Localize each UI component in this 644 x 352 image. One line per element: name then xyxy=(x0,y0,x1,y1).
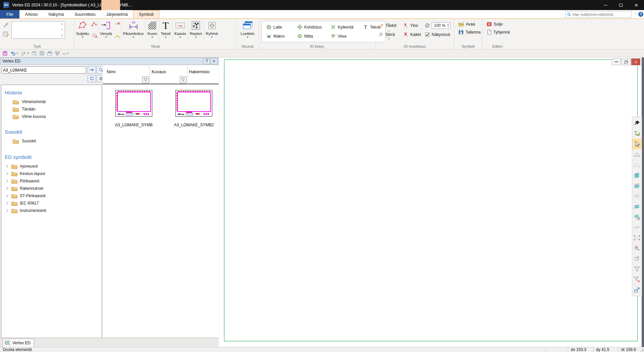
qa-save-button[interactable] xyxy=(2,51,8,56)
symbol-search-input[interactable] xyxy=(1,67,86,74)
tiedot-button[interactable]: io Tiedot xyxy=(377,22,402,29)
menu-arkisto[interactable]: Arkisto xyxy=(19,10,43,18)
tree-item-instrumentointi[interactable]: Instrumentointi xyxy=(1,207,102,214)
makro-button[interactable]: M Makro xyxy=(265,33,296,40)
toolbar-pin-button[interactable] xyxy=(632,118,642,128)
tree-item-keskus-layout[interactable]: Keskus-layout xyxy=(1,170,102,177)
maximize-button[interactable] xyxy=(613,0,629,10)
search-input[interactable] xyxy=(573,12,630,16)
collapse-ribbon-button[interactable]: ⌃ xyxy=(635,12,637,16)
tree-item-viimeisimmat[interactable]: Viimeisimmät xyxy=(1,98,102,105)
symbol-name-label[interactable]: A3_LOMAKE_SYMB xyxy=(110,123,157,127)
menu-suunnittelu[interactable]: Suunnittelu xyxy=(69,10,101,18)
viiva-button[interactable]: Viiva xyxy=(329,33,361,40)
tree-item-tanaan[interactable]: Tänään xyxy=(1,105,102,113)
toolbar-layer-mix-button[interactable] xyxy=(632,180,642,191)
panel-pin-button[interactable] xyxy=(203,58,210,64)
circle-button[interactable] xyxy=(91,33,97,38)
toolbar-polygon-button[interactable] xyxy=(632,149,642,160)
polyline-button[interactable] xyxy=(91,21,97,27)
pikamitoitus-button[interactable]: 45 Pikamitoitus ▼ xyxy=(121,19,146,41)
toolbar-layer-pair-button[interactable] xyxy=(632,201,642,212)
tree-item-st-piirikaaviot[interactable]: ST-Piirikaaviot xyxy=(1,192,102,200)
toolbar-zoom-in-button[interactable] xyxy=(632,243,642,253)
qa-new-window-button[interactable] xyxy=(32,51,37,56)
tree-item-rakennukset[interactable]: Rakennukset xyxy=(1,185,102,192)
column-header-nimi[interactable]: Nimi xyxy=(107,69,115,74)
resize-grip[interactable] xyxy=(641,349,644,352)
toolbar-single-layer-button[interactable] xyxy=(632,222,642,232)
qa-overflow-button[interactable]: —▼ xyxy=(62,51,69,55)
teksti-button[interactable]: T Teksti ▼ xyxy=(159,19,172,41)
trim-button[interactable] xyxy=(114,21,120,26)
undo-dropdown-arrow-icon[interactable]: ▼ xyxy=(16,52,18,54)
symbol-thumbnail-a3-lomake-symb2[interactable] xyxy=(175,90,212,117)
column-header-kuvaus[interactable]: Kuvaus xyxy=(152,69,166,74)
column-header-hakemisto[interactable]: Hakemisto xyxy=(189,69,209,74)
rasteri-button[interactable]: Rasteri ▼ xyxy=(188,19,204,41)
search-go-button[interactable] xyxy=(88,66,96,74)
nakyvissa-checkbox[interactable]: Näkyvissä xyxy=(423,31,455,38)
yksi-button[interactable]: Xio Yksi xyxy=(402,22,423,29)
zoom-control[interactable]: 100 %▲▼ xyxy=(423,21,455,30)
suljettu-button[interactable]: Suljettu ▼ xyxy=(74,19,91,41)
style-gallery[interactable]: ▲▼▼ xyxy=(11,21,65,39)
toolbar-3d-view-button[interactable] xyxy=(632,253,642,264)
close-button[interactable]: ✕ xyxy=(629,0,644,10)
toolbar-select-button[interactable] xyxy=(632,139,642,149)
toolbar-polygon-dashed-button[interactable] xyxy=(632,160,642,170)
menu-symboli-active-tab[interactable]: Symboli xyxy=(133,10,159,18)
luettelo-button[interactable]: Luettelo ▼ xyxy=(239,19,256,41)
tree-item-ajoneuvot[interactable]: Ajoneuvot xyxy=(1,163,102,170)
fillet-button[interactable] xyxy=(114,34,120,38)
style-gallery-scroll[interactable]: ▲▼▼ xyxy=(60,21,64,38)
toolbar-clear-filter-button[interactable] xyxy=(632,274,642,284)
ryhma-button[interactable]: Ryhmä ▼ xyxy=(204,19,219,41)
qa-undo-button[interactable]: ▼ xyxy=(10,51,18,56)
qa-redo-button[interactable]: ▼ xyxy=(21,51,29,56)
redo-dropdown-arrow-icon[interactable]: ▼ xyxy=(27,52,29,54)
mitta-button[interactable]: Mitta xyxy=(296,33,329,40)
tree-item-iec-60617[interactable]: IEC 60617 xyxy=(1,200,102,207)
menu-file[interactable]: File xyxy=(0,10,19,18)
kohdistus-button[interactable]: Kohdistus xyxy=(296,24,329,31)
kuvio-button[interactable]: Kuvio ▼ xyxy=(146,19,159,41)
avaa-button[interactable]: Avaa xyxy=(457,21,482,28)
minimize-button[interactable] xyxy=(598,0,613,10)
kytkenta-button[interactable]: Kytkentä xyxy=(329,24,361,31)
toolbar-layer-select-button[interactable] xyxy=(632,212,642,222)
sulje-button[interactable]: Sulje xyxy=(485,21,513,28)
toolbar-export-view-button[interactable] xyxy=(632,284,642,295)
toolbar-layer-off-button[interactable] xyxy=(632,191,642,201)
panel-close-button[interactable] xyxy=(211,58,217,64)
tyhjenna-button[interactable]: Tyhjennä xyxy=(485,29,513,36)
drawing-canvas[interactable]: x xyxy=(219,57,644,347)
canvas-restore-button[interactable] xyxy=(622,58,631,65)
refresh-button[interactable] xyxy=(88,75,96,82)
zoom-spinner[interactable]: ▲▼ xyxy=(447,23,449,28)
kaikki-button[interactable]: Xio Kaikki xyxy=(402,31,423,38)
global-search-box[interactable] xyxy=(565,11,632,18)
qa-window-view-button[interactable] xyxy=(39,51,45,56)
menu-nakyma[interactable]: Näkymä xyxy=(43,10,69,18)
symbol-name-label[interactable]: A3_LOMAKE_SYMB2 xyxy=(170,123,217,127)
siirra-button[interactable]: Siirrä xyxy=(377,31,402,38)
canvas-minimize-button[interactable] xyxy=(612,58,621,65)
tallenna-button[interactable]: Tallenna xyxy=(457,29,482,36)
filter-nimi-button[interactable] xyxy=(142,76,149,83)
venyta-button[interactable]: Venytä ▼ xyxy=(98,19,113,41)
kaavio-button[interactable]: +xx Kaavio ▼ xyxy=(173,19,188,41)
qa-hierarchy-button[interactable] xyxy=(55,51,60,56)
style-properties-button[interactable] xyxy=(3,31,9,38)
toolbar-zoom-extents-button[interactable] xyxy=(632,232,642,243)
tree-item-piirikaaviot[interactable]: Piirikaaviot xyxy=(1,177,102,185)
filter-kuvaus-button[interactable] xyxy=(180,76,186,83)
laite-button[interactable]: Laite xyxy=(265,24,296,31)
qa-cascade-windows-button[interactable] xyxy=(47,51,52,56)
help-button[interactable]: ? xyxy=(638,12,643,17)
canvas-close-button[interactable]: x xyxy=(631,58,640,65)
tree-item-suosikit[interactable]: Suosikit xyxy=(1,137,102,145)
menu-jarjestelma[interactable]: Järjestelmä xyxy=(101,10,133,18)
style-wand-button[interactable] xyxy=(3,21,9,28)
vertex-ed-panel-tab[interactable]: Vertex ED xyxy=(2,339,34,347)
